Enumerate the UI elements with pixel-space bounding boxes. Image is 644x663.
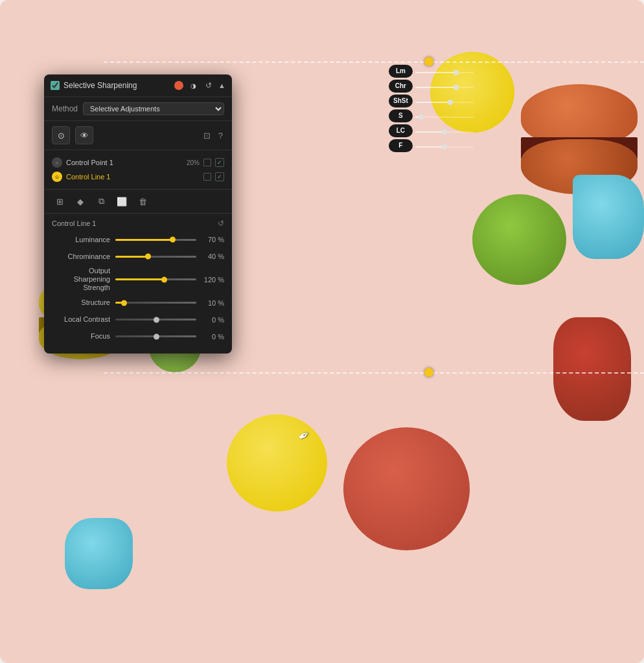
slider-label-chrominance: Chrominance bbox=[52, 252, 110, 261]
slider-track-structure[interactable] bbox=[115, 297, 196, 309]
tool-overlay-btn[interactable]: ⊙ bbox=[52, 126, 70, 144]
slider-label-luminance: Luminance bbox=[52, 235, 110, 244]
action-diamond-btn[interactable]: ◆ bbox=[73, 194, 88, 209]
slider-value-luminance: 70 % bbox=[201, 236, 224, 243]
widget-sliders bbox=[415, 65, 474, 153]
list-item-icon-cl1: ☺ bbox=[52, 172, 62, 182]
widget-label-shst: ShSt bbox=[389, 95, 413, 107]
list-item-control-line-1[interactable]: ☺ Control Line 1 bbox=[52, 170, 224, 184]
list-item-control-point-1[interactable]: ○ Control Point 1 20% bbox=[52, 155, 224, 170]
method-label: Method bbox=[52, 104, 78, 113]
list-item-pct-cp1: 20% bbox=[187, 159, 200, 166]
slider-value-focus: 0 % bbox=[201, 333, 224, 341]
control-label-list: Lm Chr ShSt S LC F bbox=[389, 65, 413, 152]
method-select[interactable]: Selective Adjustments bbox=[83, 102, 224, 115]
control-point-bottom[interactable] bbox=[424, 368, 433, 377]
action-new-btn[interactable]: ⊞ bbox=[52, 194, 67, 209]
sliders-section: Luminance 70 % Chrominance bbox=[44, 230, 232, 354]
slider-label-structure: Structure bbox=[52, 298, 110, 307]
slider-track-sharpening[interactable] bbox=[115, 273, 196, 286]
slider-row-chrominance: Chrominance 40 % bbox=[52, 250, 224, 263]
widget-label-f: F bbox=[389, 139, 413, 152]
slider-label-local-contrast: Local Contrast bbox=[52, 315, 110, 324]
macaron-orange-bottom bbox=[343, 427, 470, 550]
slider-track-luminance[interactable] bbox=[115, 233, 196, 246]
tool-help-icon[interactable]: ? bbox=[217, 129, 224, 142]
widget-slider-shst[interactable] bbox=[415, 96, 474, 109]
macaron-yellow-bottom bbox=[227, 414, 327, 511]
slider-label-sharpening: OutputSharpeningStrength bbox=[52, 267, 110, 293]
selection-line-bottom bbox=[104, 372, 644, 374]
canvas-area: Lm Chr ShSt S LC F bbox=[0, 0, 644, 663]
list-item-label-cl1: Control Line 1 bbox=[66, 173, 200, 181]
slider-value-structure: 10 % bbox=[201, 299, 224, 307]
panel-title: Selective Sharpening bbox=[63, 81, 170, 90]
slider-track-focus[interactable] bbox=[115, 330, 196, 343]
slider-value-sharpening: 120 % bbox=[201, 276, 224, 284]
widget-label-lm: Lm bbox=[389, 65, 413, 78]
control-widget: Lm Chr ShSt S LC F bbox=[389, 65, 474, 153]
panel-actions: ⊞ ◆ ⧉ ⬜ 🗑 bbox=[44, 190, 232, 214]
slider-track-chrominance[interactable] bbox=[115, 250, 196, 263]
selective-sharpening-panel: Selective Sharpening ◑ ↺ ▲ Method Select… bbox=[44, 74, 232, 354]
slider-row-focus: Focus 0 % bbox=[52, 330, 224, 343]
panel-reset-icon[interactable]: ↺ bbox=[203, 80, 214, 91]
control-points-list: ○ Control Point 1 20% ☺ Control Line 1 bbox=[44, 150, 232, 190]
list-item-check-cl1[interactable] bbox=[215, 172, 224, 181]
action-paste-btn[interactable]: ⬜ bbox=[114, 194, 130, 209]
widget-slider-lm[interactable] bbox=[415, 66, 474, 79]
widget-slider-f[interactable] bbox=[415, 140, 474, 153]
section-reset-btn[interactable]: ↺ bbox=[218, 219, 224, 228]
slider-row-luminance: Luminance 70 % bbox=[52, 233, 224, 246]
panel-color-dot[interactable] bbox=[174, 81, 183, 90]
widget-label-s: S bbox=[389, 109, 413, 122]
list-item-sq-cl1[interactable] bbox=[203, 173, 211, 181]
widget-slider-chr[interactable] bbox=[415, 81, 474, 94]
slider-track-local-contrast[interactable] bbox=[115, 313, 196, 326]
tool-mask-btn[interactable]: 👁 bbox=[75, 126, 93, 144]
tools-row: ⊙ 👁 ⊡ ? bbox=[44, 121, 232, 150]
slider-row-sharpening: OutputSharpeningStrength 120 % bbox=[52, 267, 224, 293]
section-title-text: Control Line 1 bbox=[52, 219, 97, 227]
panel-enable-checkbox[interactable] bbox=[51, 81, 60, 90]
macaron-blue-right bbox=[573, 175, 644, 259]
list-item-check-cp1[interactable] bbox=[215, 158, 224, 167]
action-delete-btn[interactable]: 🗑 bbox=[135, 194, 150, 209]
panel-brush-icon[interactable]: ◑ bbox=[187, 80, 199, 91]
slider-value-chrominance: 40 % bbox=[201, 253, 224, 260]
panel-section-title: Control Line 1 ↺ bbox=[44, 214, 232, 230]
slider-value-local-contrast: 0 % bbox=[201, 316, 224, 324]
widget-slider-s[interactable] bbox=[415, 111, 474, 124]
macaron-red-right bbox=[553, 317, 631, 421]
list-item-sq-cp1[interactable] bbox=[203, 159, 211, 166]
panel-collapse-btn[interactable]: ▲ bbox=[218, 82, 225, 89]
slider-label-focus: Focus bbox=[52, 332, 110, 341]
panel-header: Selective Sharpening ◑ ↺ ▲ bbox=[44, 74, 232, 97]
macaron-green-mid bbox=[472, 194, 566, 285]
list-item-icon-cp1: ○ bbox=[52, 157, 62, 168]
macaron-blue-bottom bbox=[65, 518, 133, 589]
action-copy-btn[interactable]: ⧉ bbox=[93, 194, 109, 209]
list-item-label-cp1: Control Point 1 bbox=[66, 159, 183, 166]
method-row: Method Selective Adjustments bbox=[44, 97, 232, 121]
slider-row-structure: Structure 10 % bbox=[52, 297, 224, 309]
tool-overlay-mode-icon[interactable]: ⊡ bbox=[202, 129, 212, 142]
widget-label-chr: Chr bbox=[389, 80, 413, 93]
selection-line-top bbox=[104, 62, 644, 63]
widget-label-lc: LC bbox=[389, 124, 413, 137]
slider-row-local-contrast: Local Contrast 0 % bbox=[52, 313, 224, 326]
widget-slider-lc[interactable] bbox=[415, 126, 474, 139]
